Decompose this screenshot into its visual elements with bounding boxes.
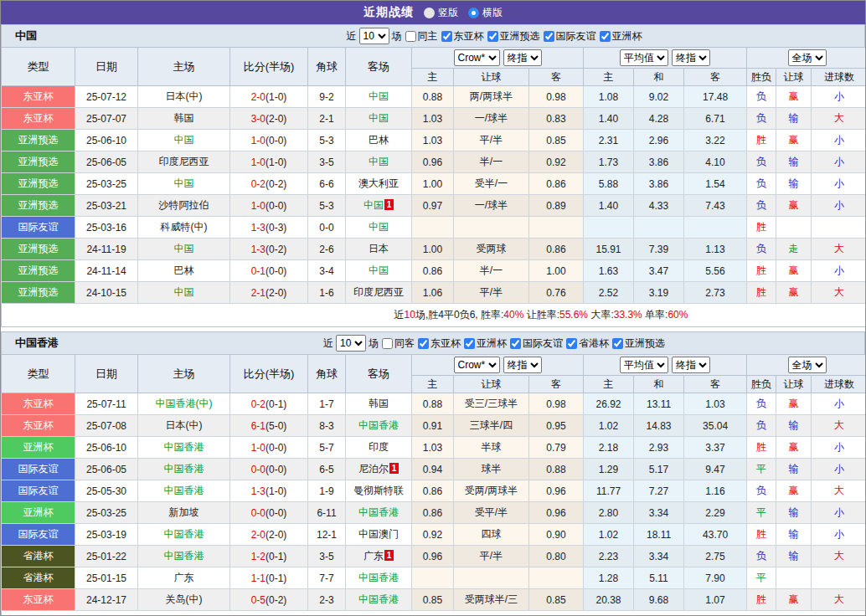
halftime-score: (2-0) bbox=[265, 529, 286, 541]
result-winloss: 胜 bbox=[747, 260, 776, 282]
match-type-badge: 国际友谊 bbox=[2, 480, 75, 502]
match-type-badge: 东亚杯 bbox=[2, 415, 75, 437]
score-cell: 0-2(0-2) bbox=[230, 173, 308, 195]
match-date: 25-07-07 bbox=[75, 108, 138, 130]
cup-filter-3[interactable]: 省港杯 bbox=[565, 336, 609, 351]
avg-home-odds: 11.77 bbox=[584, 480, 634, 502]
fulltime-score: 0-1 bbox=[251, 265, 265, 277]
cup-filter-checkbox[interactable] bbox=[487, 31, 498, 42]
home-team: 广东 bbox=[138, 567, 230, 589]
cup-filter-2[interactable]: 国际友谊 bbox=[509, 336, 563, 351]
col-header-0: 类型 bbox=[2, 48, 75, 86]
handicap-line: 半/一 bbox=[454, 151, 529, 173]
handicap-home-odds: 1.03 bbox=[412, 437, 454, 459]
fulltime-score: 2-0 bbox=[251, 529, 265, 541]
col-header-1: 日期 bbox=[75, 355, 138, 393]
same-venue-checkbox[interactable] bbox=[382, 338, 393, 349]
full-match-select[interactable]: 全场 bbox=[788, 357, 827, 373]
cup-filter-checkbox[interactable] bbox=[441, 31, 452, 42]
fulltime-score: 0-2 bbox=[251, 398, 265, 410]
handicap-away-odds: 0.79 bbox=[529, 437, 584, 459]
average-select[interactable]: 平均值 bbox=[620, 357, 668, 373]
result-winloss: 胜 bbox=[747, 589, 776, 611]
vertical-layout-option[interactable]: 竖版 bbox=[424, 6, 458, 20]
same-venue-filter[interactable]: 同主 bbox=[405, 29, 438, 44]
corner-score: 9-2 bbox=[308, 86, 346, 108]
match-row: 东亚杯25-07-12日本(中)2-0(1-0)9-2中国0.88两/两球半0.… bbox=[2, 86, 866, 108]
result-goals: 小 bbox=[812, 260, 866, 282]
odds-group-header: 平均值终指 bbox=[584, 355, 747, 376]
avg-draw-odds: 14.83 bbox=[634, 415, 684, 437]
cup-filter-checkbox[interactable] bbox=[418, 338, 429, 349]
cup-filter-1[interactable]: 亚洲预选 bbox=[487, 29, 540, 44]
cup-filter-checkbox[interactable] bbox=[510, 338, 521, 349]
match-type-badge: 东亚杯 bbox=[2, 393, 75, 415]
cup-filter-4[interactable]: 亚洲预选 bbox=[611, 336, 665, 351]
result-winloss: 平 bbox=[747, 459, 776, 480]
odds-group-header: 全场 bbox=[747, 48, 866, 69]
sub-header-0: 主 bbox=[412, 376, 454, 393]
result-goals: 小 bbox=[812, 459, 866, 480]
match-date: 24-10-15 bbox=[75, 282, 138, 304]
section-hongkong: 中国香港近10场同客东亚杯亚洲杯国际友谊省港杯亚洲预选类型日期主场比分(半场)角… bbox=[1, 331, 865, 616]
halftime-score: (0-3) bbox=[265, 222, 286, 234]
col-header-2: 主场 bbox=[138, 48, 230, 86]
company-select[interactable]: Crow* bbox=[454, 49, 500, 66]
away-team-name: 广东 bbox=[363, 550, 384, 562]
col-header-3: 比分(半场) bbox=[230, 355, 308, 393]
handicap-line bbox=[454, 567, 529, 589]
cup-filter-0[interactable]: 东亚杯 bbox=[441, 29, 484, 44]
away-team: 中国 bbox=[346, 217, 412, 239]
score-cell: 0-0(0-0) bbox=[230, 502, 308, 524]
away-team-name: 澳大利亚 bbox=[358, 177, 399, 189]
near-label: 近 bbox=[323, 336, 333, 351]
avg-draw-odds: 2.96 bbox=[634, 130, 684, 151]
avg-home-odds: 5.88 bbox=[584, 173, 634, 195]
horizontal-layout-option[interactable]: 横版 bbox=[468, 6, 503, 20]
avg-draw-odds: 9.68 bbox=[634, 589, 684, 611]
result-handicap: 输 bbox=[776, 415, 812, 437]
away-team-name: 中国 bbox=[369, 221, 389, 233]
final-index-select-2[interactable]: 终指 bbox=[672, 357, 710, 373]
result-winloss: 平 bbox=[747, 567, 776, 589]
company-select[interactable]: Crow* bbox=[454, 357, 500, 373]
cup-filter-1[interactable]: 亚洲杯 bbox=[463, 336, 507, 351]
sub-header-6: 胜负 bbox=[747, 69, 776, 86]
fulltime-score: 6-1 bbox=[251, 420, 265, 432]
cup-filter-label: 东亚杯 bbox=[430, 336, 461, 351]
halftime-score: (0-0) bbox=[265, 442, 286, 454]
handicap-away-odds: 0.83 bbox=[529, 108, 584, 130]
result-winloss: 胜 bbox=[747, 217, 776, 239]
home-team: 日本(中) bbox=[138, 415, 230, 437]
cup-filter-label: 亚洲预选 bbox=[500, 29, 540, 44]
radio-unchecked-icon[interactable] bbox=[424, 8, 435, 18]
same-venue-filter[interactable]: 同客 bbox=[381, 336, 415, 351]
final-index-select[interactable]: 终指 bbox=[503, 49, 542, 66]
radio-checked-icon[interactable] bbox=[468, 8, 479, 18]
full-match-select[interactable]: 全场 bbox=[788, 49, 827, 66]
cup-filter-2[interactable]: 国际友谊 bbox=[543, 29, 596, 44]
handicap-line: 平/半 bbox=[454, 282, 529, 304]
cup-filter-checkbox[interactable] bbox=[612, 338, 623, 349]
cup-filter-checkbox[interactable] bbox=[464, 338, 475, 349]
halftime-score: (5-0) bbox=[265, 420, 286, 432]
final-index-select-2[interactable]: 终指 bbox=[672, 49, 710, 66]
match-type-badge: 东亚杯 bbox=[2, 86, 75, 108]
cup-filter-3[interactable]: 亚洲杯 bbox=[599, 29, 642, 44]
avg-away-odds: 2.73 bbox=[684, 282, 747, 304]
handicap-away-odds: 0.98 bbox=[529, 393, 584, 415]
match-date: 25-06-05 bbox=[75, 151, 138, 173]
cup-filter-checkbox[interactable] bbox=[600, 31, 611, 42]
recent-count-select[interactable]: 10 bbox=[336, 335, 366, 352]
final-index-select[interactable]: 终指 bbox=[503, 357, 542, 373]
cup-filter-checkbox[interactable] bbox=[566, 338, 577, 349]
cup-filter-0[interactable]: 东亚杯 bbox=[417, 336, 461, 351]
halftime-score: (0-2) bbox=[265, 594, 286, 606]
average-select[interactable]: 平均值 bbox=[620, 49, 668, 66]
match-row: 省港杯25-01-15广东1-1(0-1)7-7中国香港1.285.117.90… bbox=[2, 567, 866, 589]
avg-away-odds: 1.54 bbox=[684, 173, 747, 195]
cup-filter-checkbox[interactable] bbox=[544, 31, 554, 42]
same-venue-checkbox[interactable] bbox=[405, 31, 416, 42]
recent-count-select[interactable]: 10 bbox=[359, 28, 389, 44]
handicap-home-odds bbox=[412, 217, 454, 239]
